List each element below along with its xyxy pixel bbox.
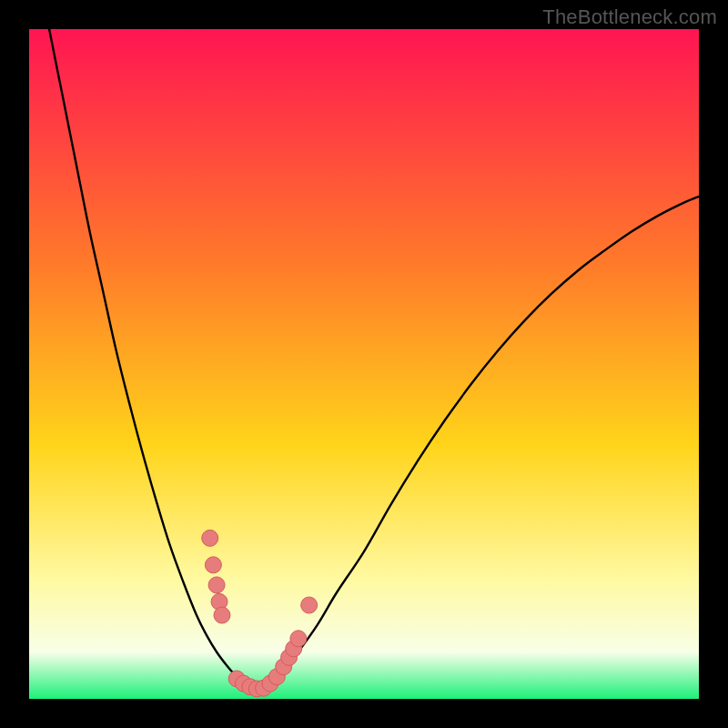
plot-area — [29, 29, 699, 699]
chart-frame: TheBottleneck.com — [0, 0, 728, 728]
data-marker — [208, 577, 225, 593]
data-marker — [301, 597, 318, 613]
chart-svg — [29, 29, 699, 699]
data-marker — [290, 631, 307, 647]
gradient-background — [29, 29, 699, 699]
attribution-label: TheBottleneck.com — [542, 5, 717, 29]
data-marker — [202, 530, 218, 546]
data-marker — [205, 557, 221, 573]
data-marker — [214, 607, 230, 623]
